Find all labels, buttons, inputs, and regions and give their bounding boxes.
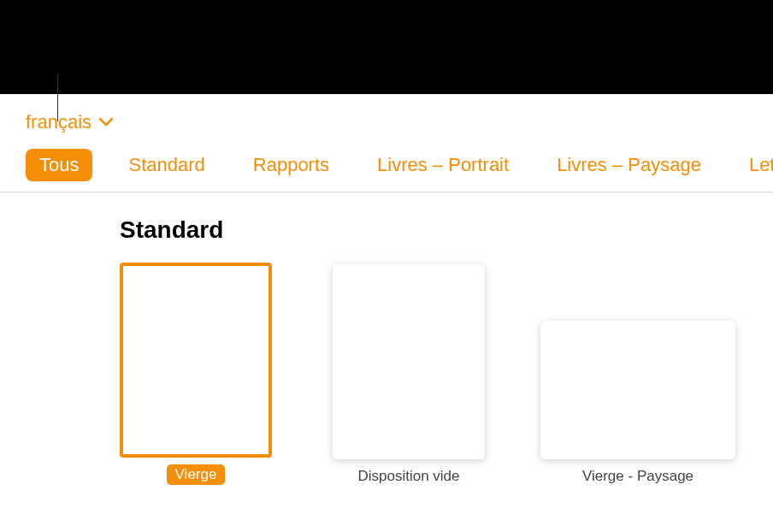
template-item-layout-empty: Disposition vide bbox=[333, 264, 485, 485]
content-area: Standard Vierge Disposition vide Vierge … bbox=[0, 192, 773, 485]
template-label: Disposition vide bbox=[357, 468, 459, 485]
tab-books-landscape[interactable]: Livres – Paysage bbox=[545, 149, 713, 181]
tab-reports[interactable]: Rapports bbox=[241, 149, 341, 181]
tab-letters[interactable]: Lett bbox=[737, 149, 773, 181]
template-thumbnail-layout-empty[interactable] bbox=[333, 264, 485, 459]
template-label: Vierge bbox=[167, 464, 226, 485]
section-title: Standard bbox=[120, 216, 773, 244]
top-black-bar bbox=[0, 0, 773, 94]
tab-standard[interactable]: Standard bbox=[116, 149, 216, 181]
language-label: français bbox=[26, 111, 91, 133]
template-item-blank-landscape: Vierge - Paysage bbox=[540, 321, 735, 485]
tab-all[interactable]: Tous bbox=[26, 149, 92, 181]
chevron-down-icon bbox=[98, 117, 114, 127]
tab-books-portrait[interactable]: Livres – Portrait bbox=[365, 149, 521, 181]
templates-row: Vierge Disposition vide Vierge - Paysage bbox=[120, 263, 773, 485]
language-picker[interactable]: français bbox=[26, 111, 114, 133]
callout-line bbox=[57, 74, 58, 121]
template-thumbnail-blank[interactable] bbox=[120, 263, 272, 458]
template-thumbnail-blank-landscape[interactable] bbox=[540, 321, 735, 459]
template-item-blank: Vierge bbox=[120, 263, 272, 485]
template-label: Vierge - Paysage bbox=[582, 468, 693, 485]
category-tabs: Tous Standard Rapports Livres – Portrait… bbox=[0, 149, 773, 192]
